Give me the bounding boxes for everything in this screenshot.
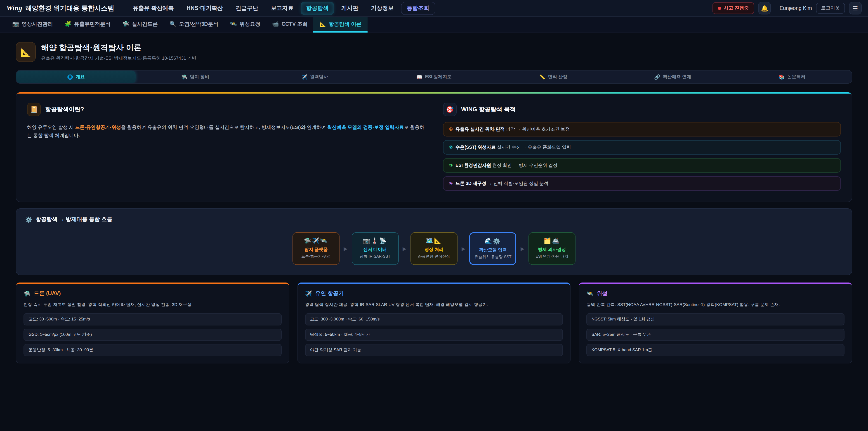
subnav-item-label: 위성요청 — [240, 21, 260, 27]
purpose-rest: 실시간 수신 → 유출유 풍화모델 입력 — [496, 145, 571, 150]
purpose-item: ②수온(SST) 위성자료 실시간 수신 → 유출유 풍화모델 입력 — [443, 140, 841, 155]
실시간드론-icon: 🛸 — [122, 21, 129, 27]
user-name: Eunjeong Kim — [780, 5, 812, 11]
CCTV 조회-icon: 📹 — [272, 21, 279, 27]
body-text: 을 활용하여 유출유의 위치·면적·오염형태를 실시간으로 탐지하고, 방제정보… — [121, 124, 327, 130]
page-header: 📐 해양 항공탐색·원격탐사 이론 유출유 원격탐지·항공감시 기법·ESI 방… — [16, 42, 852, 62]
flow-step-영상 처리: 🗺️📐영상 처리좌표변환·면적산정 — [410, 232, 458, 265]
purpose-rest: → 선박 식별·오염원 정밀 분석 — [487, 181, 548, 186]
topnav-item-통합조회[interactable]: 통합조회 — [401, 2, 435, 15]
purpose-title: WING 항공탐색 목적 — [461, 105, 516, 114]
topnav-item-HNS·대기확산[interactable]: HNS·대기확산 — [181, 2, 228, 15]
subnav-item-위성요청[interactable]: 🛰️위성요청 — [224, 17, 266, 33]
tab-면적 산정[interactable]: 📏면적 산정 — [494, 70, 613, 83]
overview-panel: 📔 항공탐색이란? 해양 유류오염 발생 시 드론·유인항공기·위성을 활용하여… — [16, 92, 852, 202]
flow-arrow-icon: ▶ — [403, 246, 406, 251]
tab-원격탐사[interactable]: ✈️원격탐사 — [255, 70, 374, 83]
target-icon-box: 🎯 — [443, 102, 457, 116]
top-menu: 유출유 확산예측HNS·대기확산긴급구난보고자료항공탐색게시판기상정보통합조회 — [127, 2, 706, 15]
tab-논문특허[interactable]: 📚논문특허 — [733, 70, 852, 83]
status-dot-icon — [718, 6, 721, 10]
subnav-item-항공탐색 이론[interactable]: 📐항공탐색 이론 — [313, 17, 367, 33]
tab-ESI 방제지도[interactable]: 📖ESI 방제지도 — [374, 70, 494, 83]
body-text: 해양 유류오염 발생 시 — [27, 124, 75, 130]
incident-status-label: 사고 진행중 — [724, 5, 749, 11]
purpose-text: 유출유 실시간 위치·면적 파악 → 확산예측 초기조건 보정 — [456, 126, 570, 132]
위성요청-icon: 🛰️ — [230, 21, 237, 27]
purpose-number: ③ — [449, 163, 453, 168]
platform-card-header: 🛰️위성 — [587, 290, 844, 298]
platform-card-desc: 광역·반복 관측. SST(NOAA AVHRR·NGSST)·SAR(Sent… — [587, 302, 844, 308]
platform-spec-row: 고도: 300~3,000m · 속도: 60~150m/s — [305, 313, 563, 325]
subnav-item-오염/선박3D분석[interactable]: 🔍오염/선박3D분석 — [164, 17, 224, 33]
notebook-icon: 📔 — [30, 106, 38, 113]
hamburger-menu-button[interactable]: ☰ — [849, 2, 862, 14]
flow-step-subtitle: 광학·IR·SAR·SST — [355, 254, 395, 259]
main-content: 📐 해양 항공탐색·원격탐사 이론 유출유 원격탐지·항공감시 기법·ESI 방… — [0, 33, 868, 363]
flow-step-subtitle: ESI 연계·자원 배치 — [532, 254, 572, 259]
topnav-item-유출유 확산예측[interactable]: 유출유 확산예측 — [127, 2, 179, 15]
flow-step-icons: 📷🌡️📡 — [355, 237, 395, 244]
flow-step-icons: 🌊⚙️ — [473, 238, 513, 245]
subnav-item-실시간드론[interactable]: 🛸실시간드론 — [116, 17, 164, 33]
flow-step-탐지 플랫폼: 🛸✈️🛰️탐지 플랫폼드론·항공기·위성 — [292, 232, 340, 265]
topnav-item-보고자료[interactable]: 보고자료 — [266, 2, 299, 15]
wing-logo-text: Wing — [6, 4, 22, 12]
flow-step-title: 영상 처리 — [414, 247, 454, 253]
triangle-ruler-icon: 📐 — [20, 47, 31, 57]
flow-step-subtitle: 유출위치·유출량·SST — [473, 254, 513, 260]
purpose-rest: 파악 → 확산예측 초기조건 보정 — [505, 127, 570, 131]
flow-step-icons: 🗺️📐 — [414, 237, 454, 244]
topnav-item-게시판[interactable]: 게시판 — [336, 2, 364, 15]
logout-button[interactable]: 로그아웃 — [816, 3, 845, 13]
notifications-button[interactable]: 🔔 — [758, 2, 771, 14]
tab-label: 면적 산정 — [548, 74, 567, 80]
divider — [775, 4, 776, 13]
platform-card-desc: 현장 즉시 투입·저고도 정밀 촬영. 광학·적외선 카메라 탑재, 실시간 영… — [24, 302, 281, 308]
what-is-column: 📔 항공탐색이란? 해양 유류오염 발생 시 드론·유인항공기·위성을 활용하여… — [27, 102, 425, 191]
platform-spec-row: KOMPSAT-5: X-band SAR 1m급 — [587, 344, 844, 356]
ESI 방제지도-icon: 📖 — [416, 74, 422, 80]
항공탐색 이론-icon: 📐 — [319, 21, 326, 27]
flow-title: 항공탐색 → 방제대응 통합 흐름 — [36, 216, 112, 223]
what-is-title: 항공탐색이란? — [45, 105, 84, 114]
subnav-item-유출유면적분석[interactable]: 🧩유출유면적분석 — [59, 17, 116, 33]
platform-card-header: 🛸드론 (UAV) — [24, 290, 281, 298]
platform-card-header: ✈️유인 항공기 — [305, 290, 563, 298]
incident-status-badge: 사고 진행중 — [712, 2, 754, 14]
subnav-item-label: 항공탐색 이론 — [329, 21, 362, 27]
purpose-text: ESI 환경민감자원 현장 확인 → 방제 우선순위 결정 — [456, 162, 557, 168]
유인 항공기-icon: ✈️ — [305, 290, 312, 297]
tab-label: 확산예측 연계 — [663, 74, 691, 80]
flow-step-icons: 🗂️🚢 — [532, 237, 572, 244]
flow-panel: ⚙️ 항공탐색 → 방제대응 통합 흐름 🛸✈️🛰️탐지 플랫폼드론·항공기·위… — [16, 208, 852, 275]
purpose-number: ① — [449, 127, 453, 131]
platform-cards: 🛸드론 (UAV)현장 즉시 투입·저고도 정밀 촬영. 광학·적외선 카메라 … — [16, 282, 852, 363]
topnav-item-기상정보[interactable]: 기상정보 — [366, 2, 399, 15]
tab-개요[interactable]: 🌐개요 — [16, 70, 135, 83]
app-logo[interactable]: Wing 해양환경 위기대응 통합시스템 — [6, 4, 114, 12]
platform-card-title: 드론 (UAV) — [34, 290, 61, 298]
platform-spec-row: 운용반경: 5~30km · 체공: 30~90분 — [24, 344, 281, 356]
subnav-item-영상사진관리[interactable]: 📷영상사진관리 — [6, 17, 59, 33]
purpose-list: ①유출유 실시간 위치·면적 파악 → 확산예측 초기조건 보정②수온(SST)… — [443, 122, 841, 191]
flow-arrow-icon: ▶ — [462, 246, 465, 251]
tab-확산예측 연계[interactable]: 🔗확산예측 연계 — [613, 70, 733, 83]
purpose-item: ④드론 3D 재구성 → 선박 식별·오염원 정밀 분석 — [443, 176, 841, 191]
platform-card-title: 위성 — [597, 290, 608, 298]
highlight-text: 확산예측 모델의 검증·보정 입력자료 — [327, 124, 404, 130]
platform-spec-row: 고도: 30~500m · 속도: 15~25m/s — [24, 313, 281, 325]
topnav-item-항공탐색[interactable]: 항공탐색 — [301, 2, 334, 15]
bell-icon: 🔔 — [761, 5, 768, 11]
topnav-item-긴급구난[interactable]: 긴급구난 — [230, 2, 264, 15]
purpose-bold: 유출유 실시간 위치·면적 — [456, 127, 505, 131]
tab-탐지 장비[interactable]: 🛸탐지 장비 — [135, 70, 255, 83]
sub-navbar: 📷영상사진관리🧩유출유면적분석🛸실시간드론🔍오염/선박3D분석🛰️위성요청📹CC… — [0, 17, 868, 33]
purpose-item: ①유출유 실시간 위치·면적 파악 → 확산예측 초기조건 보정 — [443, 122, 841, 136]
탐지 장비-icon: 🛸 — [181, 74, 187, 80]
section-tabstrip: 🌐개요🛸탐지 장비✈️원격탐사📖ESI 방제지도📏면적 산정🔗확산예측 연계📚논… — [16, 70, 852, 84]
platform-card-title: 유인 항공기 — [315, 290, 344, 298]
subnav-item-CCTV 조회[interactable]: 📹CCTV 조회 — [266, 17, 313, 33]
divider — [121, 4, 121, 13]
platform-spec-row: 야간·악기상 SAR 탐지 가능 — [305, 344, 563, 356]
